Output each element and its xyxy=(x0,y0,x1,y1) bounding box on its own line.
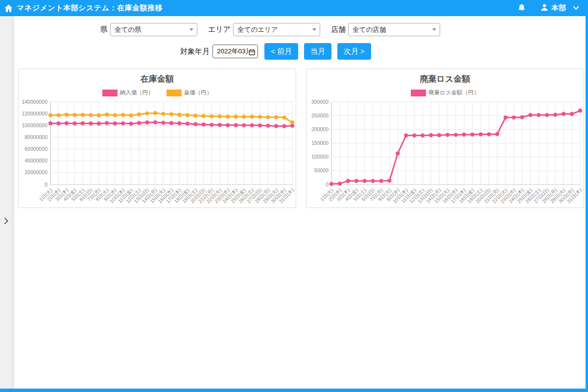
x-axis-labels: 1日(火)2日(水)3日(木)4日(金)5日(土)6日(日)7日(月)8日(火)… xyxy=(319,187,583,205)
legend-item[interactable]: 納入価（円） xyxy=(102,89,154,96)
chevron-right-icon xyxy=(3,217,9,225)
legend-item[interactable]: 薬価（円） xyxy=(166,89,212,96)
svg-text:50000: 50000 xyxy=(314,167,329,173)
period-input[interactable] xyxy=(212,45,258,58)
bell-icon[interactable] xyxy=(517,4,526,12)
legend-swatch xyxy=(411,90,426,96)
sidebar-expand-button[interactable] xyxy=(1,216,10,226)
legend-label: 納入価（円） xyxy=(120,89,154,96)
x-axis-labels: 1日(火)2日(水)3日(木)4日(金)5日(土)6日(日)7日(月)8日(火)… xyxy=(38,187,295,205)
main-content: 県 全ての県 エリア 全てのエリア 店舗 全ての店舗 xyxy=(0,16,586,389)
period-label: 対象年月 xyxy=(180,47,210,56)
prefecture-label: 県 xyxy=(100,25,108,34)
loss-chart-card: 廃棄ロス金額 廃棄ロス金額（円） 05000010000015000020000… xyxy=(306,69,584,208)
loss-chart[interactable]: 0500001000001500002000002500003000001日(火… xyxy=(306,98,584,208)
svg-text:20000000: 20000000 xyxy=(24,169,47,175)
chart-title: 在庫金額 xyxy=(19,73,296,85)
next-month-button[interactable]: 次月 > xyxy=(337,43,371,60)
legend-swatch xyxy=(166,90,182,96)
user-label: 本部 xyxy=(551,3,566,13)
page-title: マネジメント本部システム：在庫金額推移 xyxy=(17,3,163,13)
user-icon xyxy=(541,3,548,13)
svg-text:60000000: 60000000 xyxy=(24,146,47,152)
svg-text:0: 0 xyxy=(45,182,47,187)
chart-legend: 納入価（円）薬価（円） xyxy=(19,89,296,96)
period-bar: 対象年月 < 前月 当月 次月 > xyxy=(180,43,377,60)
legend-swatch xyxy=(102,90,118,96)
svg-text:100000: 100000 xyxy=(311,154,329,160)
sidebar-rail xyxy=(0,16,12,389)
legend-item[interactable]: 廃棄ロス金額（円） xyxy=(411,89,479,96)
svg-text:150000: 150000 xyxy=(311,140,329,146)
inventory-chart-card: 在庫金額 納入価（円）薬価（円） 02000000040000000600000… xyxy=(18,69,296,208)
legend-label: 廃棄ロス金額（円） xyxy=(428,89,479,96)
inventory-chart[interactable]: 0200000004000000060000000800000001000000… xyxy=(19,98,296,208)
app-header: マネジメント本部システム：在庫金額推移 本部 xyxy=(0,0,588,16)
legend-label: 薬価（円） xyxy=(184,89,212,96)
filter-bar: 県 全ての県 エリア 全てのエリア 店舗 全ての店舗 xyxy=(100,23,440,36)
chart-title: 廃棄ロス金額 xyxy=(306,73,584,85)
svg-text:300000: 300000 xyxy=(311,99,329,105)
bottom-accent-bar xyxy=(0,389,588,392)
prev-month-button[interactable]: < 前月 xyxy=(264,43,298,60)
svg-text:40000000: 40000000 xyxy=(24,158,47,163)
svg-text:100000000: 100000000 xyxy=(22,122,47,128)
svg-text:120000000: 120000000 xyxy=(22,111,47,116)
y-axis-labels: 050000100000150000200000250000300000 xyxy=(311,99,329,187)
current-month-button[interactable]: 当月 xyxy=(304,43,331,60)
svg-text:0: 0 xyxy=(326,182,329,187)
svg-text:250000: 250000 xyxy=(311,113,329,118)
grid-lines xyxy=(331,102,580,184)
area-select[interactable]: 全てのエリア xyxy=(233,23,320,36)
svg-text:140000000: 140000000 xyxy=(22,99,47,105)
right-accent-bar xyxy=(586,16,588,392)
svg-text:80000000: 80000000 xyxy=(24,134,47,140)
user-menu[interactable]: 本部 xyxy=(541,3,566,13)
y-axis-labels: 0200000004000000060000000800000001000000… xyxy=(22,99,47,187)
prefecture-select[interactable]: 全ての県 xyxy=(110,23,197,36)
area-label: エリア xyxy=(208,25,231,34)
chevron-down-icon[interactable] xyxy=(573,6,579,10)
store-label: 店舗 xyxy=(331,25,346,34)
svg-text:200000: 200000 xyxy=(311,126,329,132)
home-icon[interactable] xyxy=(4,4,13,12)
store-select[interactable]: 全ての店舗 xyxy=(348,23,440,36)
app-root: マネジメント本部システム：在庫金額推移 本部 県 全ての県 xyxy=(0,0,588,392)
chart-legend: 廃棄ロス金額（円） xyxy=(306,89,584,96)
